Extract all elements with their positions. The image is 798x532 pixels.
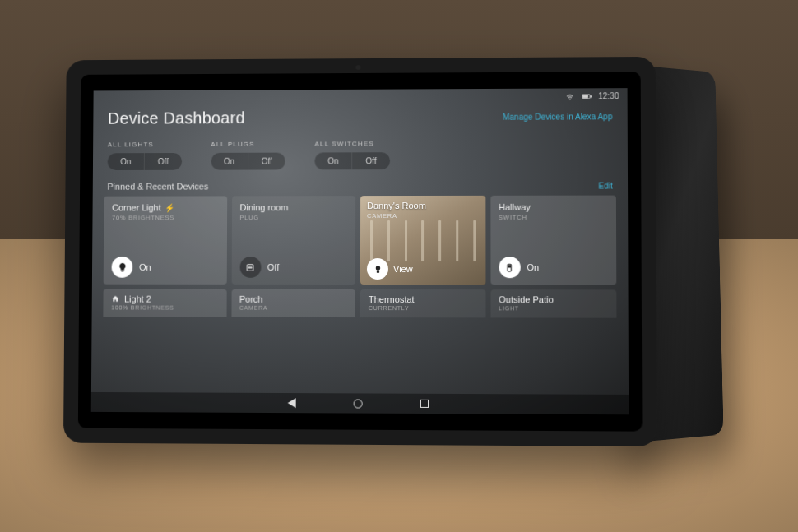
svg-rect-9 (508, 265, 510, 266)
all-plugs-group: ALL PLUGS On Off (211, 141, 285, 170)
card-subtitle: CAMERA (239, 305, 347, 311)
all-switches-group: ALL SWITCHES On Off (314, 140, 389, 169)
wifi-icon (565, 92, 575, 100)
screen: 12:30 Device Dashboard Manage Devices in… (91, 88, 629, 414)
switch-icon[interactable] (499, 257, 520, 278)
header: Device Dashboard Manage Devices in Alexa… (93, 104, 628, 136)
back-button[interactable] (287, 398, 295, 408)
card-subtitle: CAMERA (367, 212, 426, 220)
home-icon (111, 295, 119, 303)
nav-bar (91, 392, 629, 414)
device-card-outside-patio[interactable]: Outside Patio Light (490, 289, 616, 318)
card-title: Thermostat (369, 294, 477, 304)
device-cards-row-2: Light 2 100% BRIGHTNESS Porch CAMERA The… (92, 285, 629, 318)
quick-controls-row: ALL LIGHTS On Off ALL PLUGS On Off ALL S… (93, 134, 628, 182)
recents-button[interactable] (420, 400, 428, 408)
all-lights-group: ALL LIGHTS On Off (108, 141, 182, 170)
device-card-dannys-room[interactable]: Danny's Room CAMERA View (360, 196, 485, 285)
card-title: Corner Light ⚡ (112, 202, 219, 212)
svg-point-5 (250, 266, 251, 267)
all-switches-on[interactable]: On (314, 152, 351, 169)
all-switches-off[interactable]: Off (352, 152, 390, 169)
card-subtitle: SWITCH (499, 214, 608, 221)
device-card-corner-light[interactable]: Corner Light ⚡ 70% BRIGHTNESS On (104, 196, 227, 284)
pinned-section-title: Pinned & Recent Devices (107, 182, 208, 192)
device-cards-row-1: Corner Light ⚡ 70% BRIGHTNESS On (92, 196, 629, 285)
card-state: On (139, 262, 151, 272)
edit-link[interactable]: Edit (598, 181, 612, 190)
card-footer: Off (239, 257, 347, 278)
device-card-light-2[interactable]: Light 2 100% BRIGHTNESS (103, 289, 226, 317)
all-lights-on[interactable]: On (108, 153, 145, 170)
svg-rect-7 (376, 270, 378, 272)
page-title: Device Dashboard (108, 109, 245, 127)
card-title: Outside Patio (499, 294, 608, 304)
all-lights-toggle: On Off (108, 153, 182, 170)
card-state: On (527, 262, 539, 272)
card-title: Dining room (239, 202, 347, 212)
device-card-thermostat[interactable]: Thermostat CURRENTLY (360, 289, 485, 317)
all-plugs-on[interactable]: On (211, 153, 248, 170)
device-card-dining-room[interactable]: Dining room PLUG Off (231, 196, 355, 285)
svg-rect-1 (591, 95, 592, 97)
device-card-hallway[interactable]: Hallway SWITCH On (490, 196, 616, 285)
all-plugs-off[interactable]: Off (248, 153, 285, 170)
card-title: Hallway (499, 202, 608, 212)
svg-point-4 (248, 266, 249, 267)
all-lights-off[interactable]: Off (144, 153, 182, 170)
manage-devices-link[interactable]: Manage Devices in Alexa App (503, 112, 612, 122)
plug-icon[interactable] (239, 257, 261, 278)
all-switches-toggle: On Off (314, 152, 389, 169)
card-subtitle: Light (499, 305, 608, 311)
card-title: Light 2 (111, 294, 218, 304)
camera-icon[interactable] (367, 258, 388, 280)
card-state: Off (267, 262, 279, 272)
card-title-text: Light 2 (124, 294, 151, 304)
pinned-section-header: Pinned & Recent Devices Edit (93, 180, 628, 196)
crib-graphic (370, 220, 476, 261)
card-footer: On (112, 257, 219, 278)
card-subtitle: 100% BRIGHTNESS (111, 305, 218, 311)
svg-point-6 (375, 266, 379, 270)
device-card-porch[interactable]: Porch CAMERA (231, 289, 355, 317)
clock: 12:30 (598, 91, 619, 100)
card-subtitle: 70% BRIGHTNESS (112, 214, 219, 221)
home-button[interactable] (353, 399, 362, 408)
bolt-icon: ⚡ (165, 203, 174, 212)
card-subtitle: CURRENTLY (369, 305, 477, 311)
card-state: View (393, 264, 413, 274)
card-title: Danny's Room (367, 201, 426, 210)
front-camera (355, 65, 360, 70)
all-lights-label: ALL LIGHTS (108, 141, 182, 148)
card-subtitle: PLUG (239, 214, 347, 221)
battery-icon (582, 92, 592, 100)
all-plugs-toggle: On Off (211, 153, 285, 170)
tablet-frame: 12:30 Device Dashboard Manage Devices in… (63, 57, 657, 446)
all-switches-label: ALL SWITCHES (314, 140, 389, 147)
bulb-icon[interactable] (112, 257, 133, 278)
bezel: 12:30 Device Dashboard Manage Devices in… (78, 72, 643, 432)
card-title: Porch (239, 294, 347, 304)
svg-rect-2 (582, 95, 587, 97)
card-title-text: Corner Light (112, 202, 161, 212)
card-footer: On (499, 257, 608, 278)
all-plugs-label: ALL PLUGS (211, 141, 285, 148)
card-footer: View (367, 258, 413, 280)
